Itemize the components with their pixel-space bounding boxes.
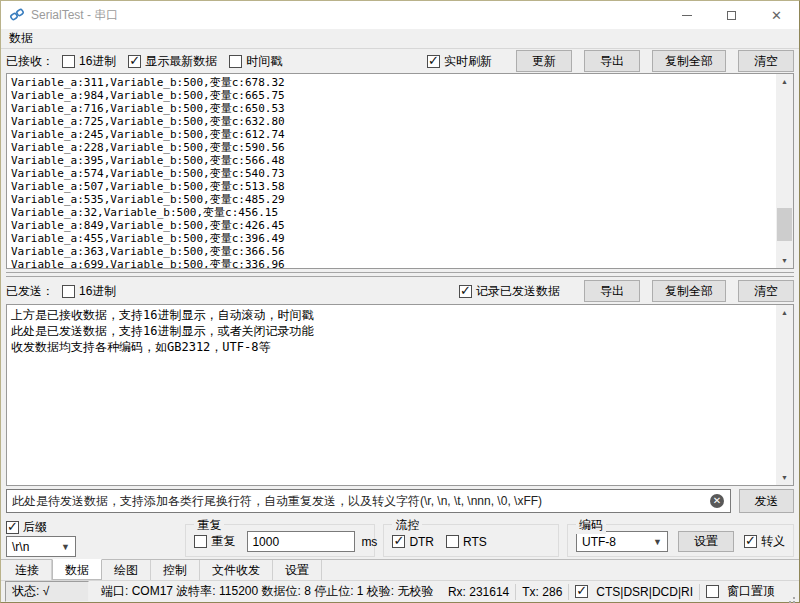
received-line: Variable_a:716,Variable_b:500,变量c:650.53 bbox=[11, 102, 771, 115]
app-icon bbox=[9, 7, 25, 23]
window-topmost-checkbox[interactable]: 窗口置顶 bbox=[706, 583, 775, 600]
resize-grip[interactable] bbox=[783, 583, 797, 601]
suffix-checkbox[interactable]: 后缀 bbox=[6, 519, 185, 536]
checkbox-icon[interactable] bbox=[427, 55, 440, 68]
checkbox-icon[interactable] bbox=[392, 535, 405, 548]
encoding-select[interactable]: UTF-8 ▼ bbox=[576, 531, 668, 552]
received-option-checkbox[interactable]: 显示最新数据 bbox=[128, 53, 217, 70]
send-button[interactable]: 发送 bbox=[739, 489, 794, 513]
signals-checkbox[interactable]: CTS|DSR|DCD|RI bbox=[575, 585, 693, 599]
repeat-checkbox[interactable]: 重复 bbox=[194, 533, 235, 550]
menu-data[interactable]: 数据 bbox=[1, 28, 41, 49]
scroll-down-icon[interactable]: ▼ bbox=[776, 253, 793, 268]
sent-line: 收发数据均支持各种编码，如GB2312，UTF-8等 bbox=[11, 339, 771, 355]
received-label: 已接收： bbox=[6, 53, 54, 70]
suffix-select[interactable]: \r\n ▼ bbox=[6, 536, 76, 557]
checkbox-icon[interactable] bbox=[6, 521, 19, 534]
received-action-button[interactable]: 更新 bbox=[516, 50, 572, 72]
checkbox-icon[interactable] bbox=[62, 55, 75, 68]
send-input[interactable] bbox=[6, 489, 731, 513]
sent-action-button[interactable]: 复制全部 bbox=[652, 280, 726, 302]
checkbox-icon[interactable] bbox=[575, 585, 588, 598]
close-button[interactable]: ✕ bbox=[754, 1, 799, 29]
sent-line: 上方是已接收数据，支持16进制显示，自动滚动，时间戳 bbox=[11, 307, 771, 323]
dtr-checkbox[interactable]: DTR bbox=[392, 535, 434, 549]
checkbox-icon[interactable] bbox=[459, 285, 472, 298]
escape-checkbox[interactable]: 转义 bbox=[744, 533, 785, 550]
realtime-refresh-checkbox[interactable]: 实时刷新 bbox=[427, 53, 492, 70]
received-line: Variable_a:725,Variable_b:500,变量c:632.80 bbox=[11, 115, 771, 128]
received-line: Variable_a:507,Variable_b:500,变量c:513.58 bbox=[11, 180, 771, 193]
received-line: Variable_a:395,Variable_b:500,变量c:566.48 bbox=[11, 154, 771, 167]
splitter-handle[interactable] bbox=[6, 269, 794, 278]
received-line: Variable_a:32,Variable_b:500,变量c:456.15 bbox=[11, 206, 771, 219]
maximize-icon bbox=[727, 11, 736, 20]
record-sent-checkbox[interactable]: 记录已发送数据 bbox=[459, 283, 560, 300]
encoding-set-button[interactable]: 设置 bbox=[678, 531, 734, 552]
options-row: 后缀 \r\n ▼ 重复 重复 ms 流控 DTR RTS bbox=[1, 516, 799, 559]
tab[interactable]: 文件收发 bbox=[200, 560, 273, 580]
tab[interactable]: 数据 bbox=[52, 559, 102, 580]
sent-data-pane[interactable]: 上方是已接收数据，支持16进制显示，自动滚动，时间戳此处是已发送数据，支持16进… bbox=[6, 304, 794, 486]
checkbox-icon[interactable] bbox=[128, 55, 141, 68]
checkbox-icon[interactable] bbox=[194, 535, 207, 548]
ms-unit-label: ms bbox=[361, 535, 377, 549]
received-line: Variable_a:984,Variable_b:500,变量c:665.75 bbox=[11, 89, 771, 102]
rx-counter: Rx: 231614 bbox=[442, 584, 515, 600]
clear-input-icon[interactable]: ✕ bbox=[710, 494, 724, 508]
topmost-item: 窗口置顶 bbox=[699, 584, 781, 600]
received-line: Variable_a:574,Variable_b:500,变量c:540.73 bbox=[11, 167, 771, 180]
tab[interactable]: 绘图 bbox=[102, 560, 151, 580]
sent-toolbar: 已发送： 16进制 记录已发送数据 导出复制全部清空 bbox=[1, 278, 799, 304]
received-line: Variable_a:535,Variable_b:500,变量c:485.29 bbox=[11, 193, 771, 206]
send-input-wrap: ✕ bbox=[6, 489, 731, 513]
sent-action-button[interactable]: 导出 bbox=[584, 280, 640, 302]
received-action-button[interactable]: 复制全部 bbox=[652, 50, 726, 72]
suffix-section: 后缀 \r\n ▼ bbox=[6, 518, 185, 557]
tab[interactable]: 设置 bbox=[273, 560, 322, 580]
received-scrollbar[interactable]: ▲ ▼ bbox=[776, 74, 793, 268]
minimize-icon bbox=[682, 15, 692, 16]
received-line: Variable_a:849,Variable_b:500,变量c:426.45 bbox=[11, 219, 771, 232]
tab[interactable]: 控制 bbox=[151, 560, 200, 580]
serialtest-window: SerialTest - 串口 ✕ 数据 已接收： 16进制 显示最新数据 时间… bbox=[0, 0, 800, 603]
received-line: Variable_a:311,Variable_b:500,变量c:678.32 bbox=[11, 76, 771, 89]
chevron-down-icon: ▼ bbox=[61, 542, 70, 552]
sent-scrollbar[interactable]: ▲ ▼ bbox=[776, 305, 793, 485]
received-option-checkbox[interactable]: 时间戳 bbox=[229, 53, 282, 70]
checkbox-icon[interactable] bbox=[229, 55, 242, 68]
tab[interactable]: 连接 bbox=[3, 560, 52, 580]
close-icon: ✕ bbox=[771, 9, 782, 22]
minimize-button[interactable] bbox=[664, 1, 709, 29]
sent-label: 已发送： bbox=[6, 283, 54, 300]
repeat-group: 重复 重复 ms bbox=[185, 524, 375, 557]
sent-hex-checkbox[interactable]: 16进制 bbox=[62, 283, 116, 300]
title-bar: SerialTest - 串口 ✕ bbox=[1, 1, 799, 29]
tx-counter: Tx: 286 bbox=[515, 584, 568, 600]
tab-bar: 连接数据绘图控制文件收发设置 bbox=[1, 559, 799, 580]
received-button-group: 更新导出复制全部清空 bbox=[504, 50, 794, 72]
signals-item: CTS|DSR|DCD|RI bbox=[568, 584, 699, 600]
repeat-interval-input[interactable] bbox=[247, 531, 355, 552]
status-bar: 状态: √ 端口: COM17 波特率: 115200 数据位: 8 停止位: … bbox=[1, 580, 799, 602]
rts-checkbox[interactable]: RTS bbox=[446, 535, 487, 549]
scroll-down-icon[interactable]: ▼ bbox=[776, 470, 793, 485]
sent-action-button[interactable]: 清空 bbox=[738, 280, 794, 302]
status-state-box: 状态: √ bbox=[5, 581, 89, 602]
received-line: Variable_a:455,Variable_b:500,变量c:396.49 bbox=[11, 232, 771, 245]
window-title: SerialTest - 串口 bbox=[31, 7, 118, 24]
checkbox-icon[interactable] bbox=[706, 585, 719, 598]
scroll-up-icon[interactable]: ▲ bbox=[776, 305, 793, 320]
received-action-button[interactable]: 清空 bbox=[738, 50, 794, 72]
received-line: Variable_a:245,Variable_b:500,变量c:612.74 bbox=[11, 128, 771, 141]
scrollbar-thumb[interactable] bbox=[777, 208, 792, 241]
scroll-up-icon[interactable]: ▲ bbox=[776, 74, 793, 89]
checkbox-icon[interactable] bbox=[446, 535, 459, 548]
checkbox-icon[interactable] bbox=[62, 285, 75, 298]
received-line: Variable_a:363,Variable_b:500,变量c:366.56 bbox=[11, 245, 771, 258]
received-option-checkbox[interactable]: 16进制 bbox=[62, 53, 116, 70]
received-action-button[interactable]: 导出 bbox=[584, 50, 640, 72]
checkbox-icon[interactable] bbox=[744, 535, 757, 548]
received-data-pane[interactable]: Variable_a:311,Variable_b:500,变量c:678.32… bbox=[6, 73, 794, 269]
maximize-button[interactable] bbox=[709, 1, 754, 29]
